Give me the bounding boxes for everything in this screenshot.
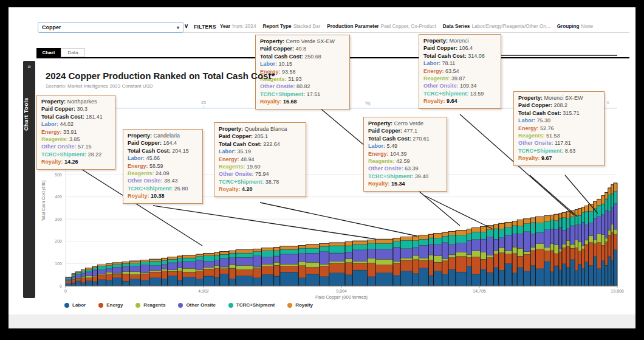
legend-item-other-onsite[interactable]: Other Onsite — [178, 302, 215, 308]
callout-row-royalty: Royalty: 14.26 — [41, 158, 111, 165]
callout-field-value: 63.54 — [445, 68, 459, 74]
bar-segment — [581, 246, 584, 249]
bar-segment — [129, 275, 140, 279]
filter-year[interactable]: Yearfrom: 2024 — [220, 24, 256, 29]
bar-segment — [345, 263, 352, 275]
legend-item-reagents[interactable]: Reagents — [135, 302, 165, 308]
legend-dot-icon — [287, 303, 292, 308]
bar-segment — [562, 248, 566, 264]
bar-segment — [544, 230, 550, 248]
bar-segment — [367, 249, 375, 258]
bar-segment — [448, 269, 456, 286]
bar-segment — [517, 256, 523, 267]
callout-field-value: Cerro Verde — [394, 120, 424, 127]
bar-segment — [419, 260, 428, 268]
callout-row-royalty: Royalty: 15.34 — [368, 180, 442, 187]
bar-segment — [177, 262, 182, 268]
bar-segment — [584, 244, 588, 262]
callout-field-label: Reagents: — [41, 136, 69, 142]
bar-segment — [570, 226, 575, 245]
callout-field-value: Quebrada Blanca — [245, 126, 287, 132]
bar-segment — [220, 274, 229, 286]
legend-item-royalty[interactable]: Royalty — [287, 302, 313, 308]
app-screen: Copper ▾ ∨ FILTERS Yearfrom: 2024Report … — [0, 0, 644, 340]
bar-segment — [400, 271, 413, 286]
bar-segment — [584, 225, 588, 240]
bar-segment — [554, 229, 559, 245]
bar-segment — [559, 213, 562, 218]
bar-segment — [544, 248, 550, 251]
bar-segment — [162, 271, 168, 279]
bar-segment — [601, 196, 605, 204]
filter-production-parameter[interactable]: Production ParameterPaid Copper, Co-Prod… — [327, 24, 436, 29]
bar-segment — [196, 271, 203, 279]
callout-field-label: Labor: — [368, 143, 387, 149]
bar-segment — [140, 280, 149, 286]
chart-tools-sidebar[interactable]: » Chart Tools — [23, 61, 35, 298]
callout-field-label: Paid Copper: — [41, 106, 77, 112]
bar-segment — [149, 266, 162, 271]
bar-segment — [129, 263, 140, 266]
callout-field-value: 104.39 — [390, 151, 407, 157]
bar-segment — [320, 265, 329, 266]
bar-segment — [467, 240, 471, 254]
expand-chevron-icon[interactable]: » — [23, 63, 35, 70]
bar-segment — [320, 252, 329, 265]
bar-segment — [429, 234, 434, 238]
bar-segment — [122, 266, 129, 271]
filters-collapse-icon[interactable]: ∨ — [184, 23, 188, 29]
bar-segment — [456, 235, 467, 243]
bar-segment — [352, 250, 367, 261]
callout-row-property: Property: Cerro Verde SX-EW — [260, 38, 345, 45]
callout-field-value: 15.34 — [391, 181, 405, 187]
filter-label: Report Type — [262, 24, 291, 29]
bar-segment — [494, 229, 499, 239]
bar-segment — [471, 274, 480, 286]
filter-grouping[interactable]: GroupingNone — [557, 24, 593, 29]
bar-segment — [329, 263, 345, 273]
callout-row-labor: Labor: 45.86 — [128, 154, 198, 162]
callout-field-value: 250.68 — [304, 54, 321, 60]
bar-segment — [523, 254, 530, 271]
tab-data[interactable]: Data — [61, 48, 85, 57]
bar-segment — [456, 243, 467, 252]
callout-field-value: 164.4 — [163, 140, 177, 146]
bar-segment — [367, 243, 375, 249]
bar-segment — [162, 260, 168, 264]
y-tick-label: 400 — [55, 195, 62, 199]
filter-report-type[interactable]: Report TypeStacked Bar — [262, 24, 320, 29]
legend-dot-icon — [228, 303, 233, 308]
bar-segment — [106, 269, 112, 272]
bar-segment — [236, 269, 253, 276]
bar-segment — [536, 217, 544, 223]
bar-segment — [149, 271, 162, 272]
bar-segment — [203, 276, 214, 286]
bar-segment — [471, 251, 480, 257]
filter-value: Labor/Energy/Reagents/Other On... — [471, 24, 550, 29]
callout-row-energy: Energy: 52.76 — [518, 125, 600, 132]
callout-row-other-onsite: Other Onsite: 57.15 — [41, 143, 111, 150]
tab-chart[interactable]: Chart — [36, 48, 61, 57]
callout-northparkes: Property: NorthparkesPaid Copper: 30.3To… — [36, 95, 115, 170]
filters-title[interactable]: FILTERS — [194, 24, 216, 30]
callout-field-value: 222.64 — [263, 141, 280, 147]
callout-field-label: Paid Copper: — [423, 45, 459, 51]
bar-segment — [376, 243, 393, 249]
bar-segment — [608, 257, 611, 286]
bar-segment — [168, 271, 177, 276]
callout-field-value: 24.09 — [156, 170, 170, 176]
legend-item-energy[interactable]: Energy — [98, 302, 123, 308]
bar-segment — [614, 191, 617, 203]
commodity-dropdown[interactable]: Copper ▾ — [38, 22, 183, 33]
filter-data-series[interactable]: Data SeriesLabor/Energy/Reagents/Other O… — [443, 24, 550, 29]
bar-segment — [570, 248, 575, 260]
bar-segment — [262, 274, 274, 286]
bar-segment — [429, 255, 434, 260]
legend-item-labor[interactable]: Labor — [64, 302, 86, 308]
legend-item-tcrc-shipment[interactable]: TCRC+Shipment — [228, 302, 275, 308]
bar-segment — [214, 252, 220, 255]
bar-segment — [413, 236, 419, 240]
callout-field-label: Paid Copper: — [260, 46, 296, 52]
callout-field-value: 8.63 — [565, 148, 576, 154]
callout-field-label: Royalty: — [41, 159, 64, 165]
